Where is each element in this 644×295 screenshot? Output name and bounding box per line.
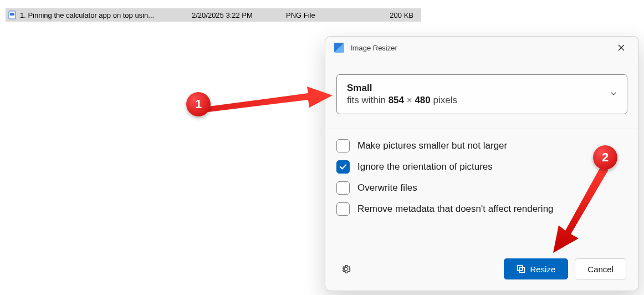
option-label: Overwrite files bbox=[357, 182, 417, 194]
resize-icon bbox=[517, 265, 525, 273]
divider bbox=[325, 129, 638, 129]
size-preset-dropdown[interactable]: Small fits within 854 × 480 pixels bbox=[336, 74, 627, 114]
settings-button[interactable] bbox=[338, 261, 354, 277]
file-type: PNG File bbox=[286, 11, 375, 19]
checkbox[interactable] bbox=[336, 202, 350, 216]
checkbox[interactable] bbox=[336, 181, 350, 195]
chevron-down-icon bbox=[610, 89, 617, 99]
annotation-arrow-1 bbox=[208, 84, 333, 115]
option-label: Remove metadata that doesn't affect rend… bbox=[357, 204, 554, 215]
svg-rect-1 bbox=[10, 13, 14, 16]
option-row-1[interactable]: Ignore the orientation of pictures bbox=[336, 160, 627, 174]
option-row-2[interactable]: Overwrite files bbox=[336, 181, 627, 195]
annotation-marker-1: 1 bbox=[186, 92, 211, 116]
close-icon bbox=[618, 44, 625, 51]
dialog-title: Image Resizer bbox=[351, 44, 609, 52]
check-icon bbox=[339, 163, 347, 171]
file-row[interactable]: 1. Pinning the calculator app on top usi… bbox=[6, 8, 421, 22]
file-size: 200 KB bbox=[375, 11, 419, 19]
file-name: 1. Pinning the calculator app on top usi… bbox=[20, 11, 192, 19]
svg-marker-4 bbox=[208, 87, 333, 112]
close-button[interactable] bbox=[609, 39, 634, 57]
size-preset-name: Small bbox=[347, 83, 605, 94]
option-row-3[interactable]: Remove metadata that doesn't affect rend… bbox=[336, 202, 627, 216]
checkbox[interactable] bbox=[336, 160, 350, 174]
titlebar: Image Resizer bbox=[325, 37, 638, 59]
file-icon bbox=[8, 11, 17, 19]
option-label: Make pictures smaller but not larger bbox=[357, 140, 507, 151]
app-icon bbox=[334, 43, 344, 53]
size-preset-description: fits within 854 × 480 pixels bbox=[347, 95, 605, 106]
cancel-button[interactable]: Cancel bbox=[575, 258, 626, 279]
annotation-marker-2: 2 bbox=[593, 145, 617, 170]
image-resizer-dialog: Image Resizer Small fits within 854 × 48… bbox=[325, 36, 639, 291]
option-label: Ignore the orientation of pictures bbox=[357, 161, 493, 172]
resize-button-label: Resize bbox=[530, 265, 555, 274]
gear-icon bbox=[340, 263, 351, 274]
cancel-button-label: Cancel bbox=[587, 265, 614, 274]
option-row-0[interactable]: Make pictures smaller but not larger bbox=[336, 139, 627, 152]
resize-button[interactable]: Resize bbox=[504, 258, 568, 279]
file-date: 2/20/2025 3:22 PM bbox=[192, 11, 286, 19]
checkbox[interactable] bbox=[336, 139, 350, 152]
